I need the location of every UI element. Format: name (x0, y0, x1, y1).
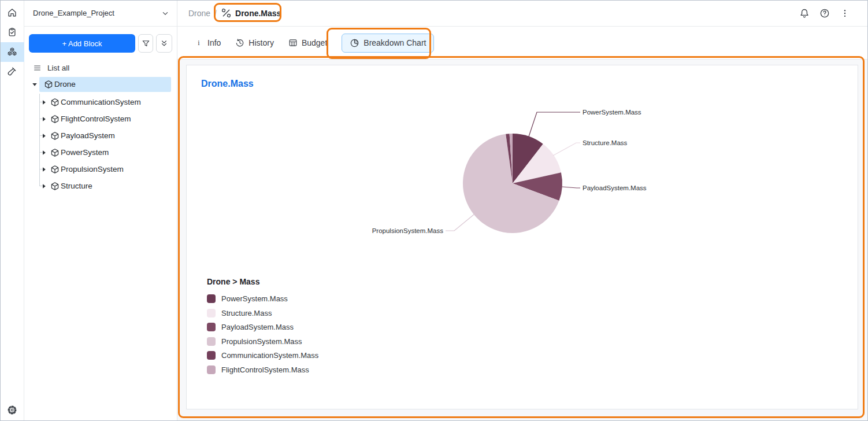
tab-history[interactable]: History (235, 38, 274, 47)
legend-label: FlightControlSystem.Mass (221, 365, 309, 374)
pie-label-powersystem.mass: PowerSystem.Mass (583, 109, 641, 116)
more-button[interactable] (839, 8, 851, 19)
breadcrumb: Drone / Drone.Mass (188, 8, 281, 19)
legend-swatch (207, 365, 216, 374)
collapse-all-button[interactable] (156, 34, 172, 53)
caret-right-icon[interactable] (41, 99, 47, 105)
tree-item-flightcontrolsystem[interactable]: FlightControlSystem (24, 110, 177, 127)
legend-label: CommunicationSystem.Mass (221, 351, 318, 360)
tree-item-label: CommunicationSystem (61, 98, 141, 106)
double-chevron-down-icon (159, 39, 169, 48)
legend-swatch (207, 323, 216, 331)
list-all-label: List all (47, 64, 69, 72)
project-selector[interactable]: Drone_Example_Project (24, 0, 177, 27)
tree-item-powersystem[interactable]: PowerSystem (24, 144, 177, 161)
content-area: Drone.Mass PowerSystem.MassStructure.Mas… (177, 60, 868, 421)
pie-label-structure.mass: Structure.Mass (583, 139, 628, 146)
tab-label: Breakdown Chart (363, 38, 426, 47)
gear-icon (7, 405, 17, 415)
breadcrumb-parent[interactable]: Drone (188, 9, 210, 18)
block-cube-icon (50, 182, 60, 191)
pie-leader-line (446, 215, 474, 231)
tab-label: History (248, 38, 274, 47)
pie-chart: PowerSystem.MassStructure.MassPayloadSys… (198, 100, 672, 274)
project-name: Drone_Example_Project (33, 9, 161, 17)
tree-item-communicationsystem[interactable]: CommunicationSystem (24, 94, 177, 110)
block-cube-icon (50, 165, 60, 174)
pie-leader-line (553, 143, 580, 156)
menu-icon (33, 64, 42, 72)
blocks-icon (7, 47, 17, 57)
rail-item-blocks[interactable] (0, 42, 24, 62)
caret-right-icon[interactable] (41, 167, 47, 172)
chevron-down-icon[interactable] (161, 9, 170, 18)
tree-item-label: FlightControlSystem (61, 115, 131, 123)
legend-label: PropulsionSystem.Mass (221, 337, 302, 346)
tree-item-payloadsystem[interactable]: PayloadSystem (24, 127, 177, 144)
legend-swatch (207, 351, 216, 360)
legend-item-powersystem.mass[interactable]: PowerSystem.Mass (207, 294, 318, 303)
caret-right-icon[interactable] (41, 133, 47, 139)
rail-item-tasks[interactable] (0, 23, 24, 42)
legend-label: Structure.Mass (221, 309, 272, 317)
pie-label-payloadsystem.mass: PayloadSystem.Mass (583, 184, 647, 191)
breadcrumb-current: Drone.Mass (221, 8, 281, 19)
legend-item-structure.mass[interactable]: Structure.Mass (207, 309, 318, 317)
block-cube-icon (50, 148, 60, 157)
info-icon: i (194, 38, 203, 47)
svg-text:i: i (198, 39, 200, 47)
icon-rail (0, 0, 24, 421)
sidebar: Drone_Example_Project + Add Block List a… (24, 0, 177, 421)
legend-label: PayloadSystem.Mass (221, 323, 294, 331)
tree-item-propulsionsystem[interactable]: PropulsionSystem (24, 161, 177, 178)
notifications-button[interactable] (799, 8, 810, 19)
legend-title: Drone > Mass (207, 277, 318, 286)
filter-button[interactable] (138, 34, 153, 53)
breadcrumb-current-label: Drone.Mass (235, 9, 281, 18)
tree-item-structure[interactable]: Structure (24, 178, 177, 194)
tree-item-label: PowerSystem (61, 148, 109, 157)
clipboard-icon (7, 27, 17, 38)
legend-swatch (207, 294, 216, 303)
history-icon (235, 38, 244, 47)
rail-item-analysis[interactable] (0, 62, 24, 82)
test-tube-icon (7, 67, 17, 77)
add-block-button[interactable]: + Add Block (29, 34, 135, 53)
legend-item-payloadsystem.mass[interactable]: PayloadSystem.Mass (207, 323, 318, 331)
tab-label: Info (207, 38, 221, 47)
legend-item-communicationsystem.mass[interactable]: CommunicationSystem.Mass (207, 351, 318, 360)
tab-info[interactable]: iInfo (194, 38, 221, 47)
pie-chart-icon (350, 38, 359, 48)
block-cube-icon (50, 115, 60, 124)
chart-legend: Drone > Mass PowerSystem.MassStructure.M… (207, 277, 318, 379)
home-icon (7, 8, 17, 18)
legend-swatch (207, 309, 216, 317)
caret-down-icon[interactable] (32, 82, 38, 87)
pie-leader-line (529, 112, 580, 136)
tree-item-label: Structure (61, 182, 92, 190)
caret-right-icon[interactable] (41, 116, 47, 122)
tree-item-label: PayloadSystem (61, 131, 115, 140)
pie-label-propulsionsystem.mass: PropulsionSystem.Mass (372, 227, 444, 234)
caret-right-icon[interactable] (41, 183, 47, 189)
tree-item-label: PropulsionSystem (61, 165, 124, 173)
rail-item-home[interactable] (0, 3, 24, 23)
help-icon (819, 8, 830, 19)
bell-icon (799, 8, 810, 19)
rail-item-settings[interactable] (7, 405, 17, 415)
tab-breakdown-chart[interactable]: Breakdown Chart (342, 34, 434, 53)
block-cube-icon (50, 131, 60, 141)
tab-budget[interactable]: Budget (288, 38, 327, 47)
legend-swatch (207, 337, 216, 346)
block-cube-icon (50, 98, 60, 107)
block-cube-icon (44, 80, 53, 89)
kebab-icon (840, 8, 850, 19)
help-button[interactable] (819, 8, 830, 19)
tree-item-drone[interactable]: Drone (24, 77, 177, 92)
legend-label: PowerSystem.Mass (221, 294, 288, 303)
legend-item-flightcontrolsystem.mass[interactable]: FlightControlSystem.Mass (207, 365, 318, 374)
list-all-button[interactable]: List all (33, 61, 69, 74)
card-title: Drone.Mass (201, 79, 254, 89)
caret-right-icon[interactable] (41, 150, 47, 156)
legend-item-propulsionsystem.mass[interactable]: PropulsionSystem.Mass (207, 337, 318, 346)
